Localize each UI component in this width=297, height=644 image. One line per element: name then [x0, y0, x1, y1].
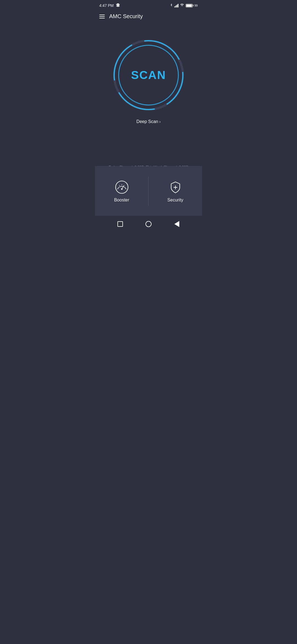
nav-back-button[interactable]: [173, 220, 181, 228]
status-right: 99: [170, 3, 198, 8]
header: AMC Security: [95, 10, 202, 23]
scan-label: SCAN: [131, 69, 166, 82]
nav-back-icon: [174, 221, 179, 227]
menu-button[interactable]: [99, 15, 105, 18]
bluetooth-icon: [170, 3, 173, 8]
battery-indicator: 99: [186, 4, 198, 7]
booster-icon: [115, 180, 129, 194]
deep-scan-label: Deep Scan: [136, 119, 158, 124]
main-content: SCAN Deep Scan ›: [95, 23, 202, 124]
svg-line-5: [119, 185, 120, 186]
nav-recents-button[interactable]: [116, 220, 124, 228]
scan-button[interactable]: SCAN: [113, 39, 184, 111]
security-label: Security: [167, 198, 183, 203]
wifi-icon: [180, 3, 184, 8]
booster-label: Booster: [114, 198, 129, 203]
deep-scan-chevron: ›: [159, 119, 161, 124]
svg-point-10: [121, 188, 122, 190]
battery-text: 99: [194, 4, 198, 7]
scan-inner-circle: SCAN: [118, 45, 179, 105]
status-time: 4:47 PM: [99, 3, 114, 8]
alarm-icon: [116, 3, 120, 8]
bottom-bar: Booster Security: [95, 166, 202, 216]
nav-recents-icon: [117, 221, 123, 227]
deep-scan-button[interactable]: Deep Scan ›: [136, 119, 161, 124]
booster-button[interactable]: Booster: [95, 167, 148, 216]
nav-bar: [95, 216, 202, 232]
signal-bars: [174, 4, 178, 7]
security-icon: [168, 180, 183, 194]
status-bar: 4:47 PM: [95, 0, 202, 10]
nav-home-button[interactable]: [145, 220, 152, 228]
svg-point-3: [116, 181, 128, 193]
status-left: 4:47 PM: [99, 3, 120, 8]
security-button[interactable]: Security: [148, 167, 202, 216]
nav-home-icon: [145, 221, 152, 227]
app-title: AMC Security: [109, 13, 143, 20]
